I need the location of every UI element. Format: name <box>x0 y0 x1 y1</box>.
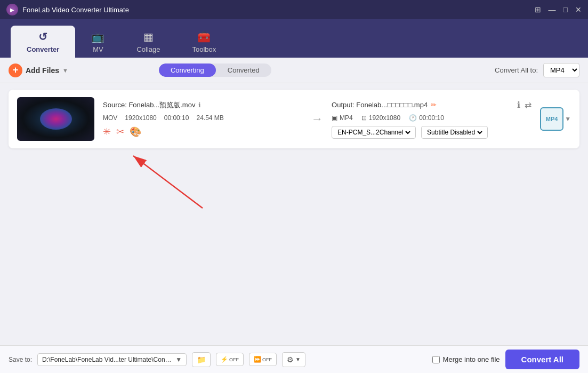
settings-button[interactable]: ⚙ ▼ <box>282 352 305 367</box>
collage-icon: ▦ <box>143 30 154 43</box>
output-resolution-item: ⊡ 1920x1080 <box>361 114 400 122</box>
save-to-label: Save to: <box>9 356 32 363</box>
save-path-selector[interactable]: D:\FoneLab\FoneLab Vid...ter Ultimate\Co… <box>37 353 187 366</box>
output-format-item: ▣ MP4 <box>332 114 353 122</box>
add-files-plus-icon: + <box>9 64 22 77</box>
toolbox-icon: 🧰 <box>197 30 211 43</box>
source-size: 24.54 MB <box>196 114 223 122</box>
merge-label: Merge into one file <box>443 355 500 363</box>
output-duration: 00:00:10 <box>419 114 444 122</box>
tab-mv-label: MV <box>93 45 103 53</box>
source-meta-row: MOV 1920x1080 00:00:10 24.54 MB <box>103 114 303 122</box>
output-format: MP4 <box>340 114 353 122</box>
output-actions: ℹ ⇄ <box>517 100 531 110</box>
tab-toolbox[interactable]: 🧰 Toolbox <box>176 26 232 58</box>
tab-toolbox-label: Toolbox <box>192 45 216 53</box>
source-duration: 00:00:10 <box>164 114 189 122</box>
output-resolution: 1920x1080 <box>369 114 400 122</box>
source-info: Source: Fonelab...预览版.mov ℹ MOV 1920x108… <box>103 100 303 138</box>
arrow-divider: → <box>311 112 323 126</box>
gear-icon: ⚙ <box>287 355 294 364</box>
audio-track-selector[interactable]: EN-PCM_S...2Channel <box>332 126 416 139</box>
close-button[interactable]: ✕ <box>575 5 582 14</box>
converter-icon: ↺ <box>38 30 47 43</box>
format-selector[interactable]: MP4 MKV AVI MOV <box>543 63 579 77</box>
output-format-icon: ▣ <box>332 114 337 122</box>
speed-icon: ⚡ <box>221 356 228 363</box>
format-dropdown[interactable]: MP4 MKV AVI MOV <box>544 64 579 77</box>
converting-tab[interactable]: Converting <box>159 64 216 77</box>
window-controls: ⊞ — □ ✕ <box>535 5 582 14</box>
hw-icon: ⏩ <box>254 356 261 363</box>
format-badge-text: MP4 <box>546 116 558 122</box>
minimize-button[interactable]: — <box>549 5 556 14</box>
audio-track-dropdown[interactable]: EN-PCM_S...2Channel <box>335 128 412 137</box>
content-area: Source: Fonelab...预览版.mov ℹ MOV 1920x108… <box>0 83 588 313</box>
merge-checkbox-input[interactable] <box>432 356 440 363</box>
output-duration-item: 🕐 00:00:10 <box>409 114 444 122</box>
subtitle-dropdown[interactable]: Subtitle Disabled <box>425 128 484 137</box>
tab-converter[interactable]: ↺ Converter <box>11 26 75 58</box>
add-files-chevron[interactable]: ▼ <box>62 67 68 74</box>
title-bar: ▶ FoneLab Video Converter Ultimate ⊞ — □… <box>0 0 588 19</box>
app-title: FoneLab Video Converter Ultimate <box>22 6 535 14</box>
source-row: Source: Fonelab...预览版.mov ℹ <box>103 100 303 110</box>
tab-collage-label: Collage <box>136 45 160 53</box>
info-icon[interactable]: ℹ <box>198 101 201 109</box>
swap-icon[interactable]: ⇄ <box>525 100 531 110</box>
open-folder-button[interactable]: 📁 <box>192 352 211 367</box>
output-label: Output: Fonelab...□□□□□□.mp4 <box>332 101 428 109</box>
bottom-bar: Save to: D:\FoneLab\FoneLab Vid...ter Ul… <box>0 345 588 373</box>
output-meta: ▣ MP4 ⊡ 1920x1080 🕐 00:00:10 <box>332 114 531 122</box>
mv-icon: 📺 <box>91 30 104 43</box>
output-res-icon: ⊡ <box>361 114 367 122</box>
thumbnail-splash <box>40 108 72 130</box>
format-badge[interactable]: MP4 <box>540 107 563 131</box>
hardware-accel-button[interactable]: ⏩ OFF <box>249 353 277 366</box>
format-badge-wrapper: MP4 ▼ <box>540 107 571 131</box>
merge-checkbox-label[interactable]: Merge into one file <box>432 355 500 363</box>
output-clock-icon: 🕐 <box>409 114 417 122</box>
caption-icon[interactable]: ⊞ <box>535 5 541 14</box>
output-selects: EN-PCM_S...2Channel Subtitle Disabled <box>332 126 531 139</box>
save-path-chevron[interactable]: ▼ <box>175 356 182 363</box>
app-logo: ▶ <box>6 4 18 15</box>
edit-output-icon[interactable]: ✏ <box>431 101 437 109</box>
convert-all-to-label: Convert All to: <box>495 66 538 74</box>
settings-chevron: ▼ <box>295 356 301 362</box>
watermark-icon[interactable]: 🎨 <box>130 126 141 138</box>
source-format: MOV <box>103 114 117 122</box>
source-resolution: 1920x1080 <box>125 114 156 122</box>
converted-tab[interactable]: Converted <box>216 64 271 77</box>
action-icons: ✳ ✂ 🎨 <box>103 126 303 138</box>
source-label: Source: Fonelab...预览版.mov <box>103 100 195 110</box>
maximize-button[interactable]: □ <box>563 5 568 14</box>
info-output-icon[interactable]: ℹ <box>517 100 520 110</box>
convert-all-button[interactable]: Convert All <box>505 350 579 369</box>
file-card: Source: Fonelab...预览版.mov ℹ MOV 1920x108… <box>9 90 579 148</box>
output-info: Output: Fonelab...□□□□□□.mp4 ✏ ℹ ⇄ ▣ MP4… <box>332 100 531 139</box>
add-files-label: Add Files <box>26 66 59 75</box>
add-files-button[interactable]: + Add Files ▼ <box>9 64 68 77</box>
speed-button[interactable]: ⚡ OFF <box>216 353 244 366</box>
tab-collage[interactable]: ▦ Collage <box>120 26 176 58</box>
tab-mv[interactable]: 📺 MV <box>75 26 120 58</box>
subtitle-selector[interactable]: Subtitle Disabled <box>421 126 488 139</box>
toolbar: + Add Files ▼ Converting Converted Conve… <box>0 58 588 83</box>
format-badge-chevron[interactable]: ▼ <box>565 115 571 123</box>
cut-icon[interactable]: ✂ <box>116 126 124 138</box>
save-path-text: D:\FoneLab\FoneLab Vid...ter Ultimate\Co… <box>42 356 172 363</box>
tab-converter-label: Converter <box>27 45 59 53</box>
thumbnail-preview <box>17 97 94 141</box>
status-tabs: Converting Converted <box>159 64 271 77</box>
output-row: Output: Fonelab...□□□□□□.mp4 ✏ ℹ ⇄ <box>332 100 531 110</box>
enhance-icon[interactable]: ✳ <box>103 126 111 138</box>
video-thumbnail <box>17 97 94 141</box>
nav-tabs: ↺ Converter 📺 MV ▦ Collage 🧰 Toolbox <box>0 19 588 58</box>
